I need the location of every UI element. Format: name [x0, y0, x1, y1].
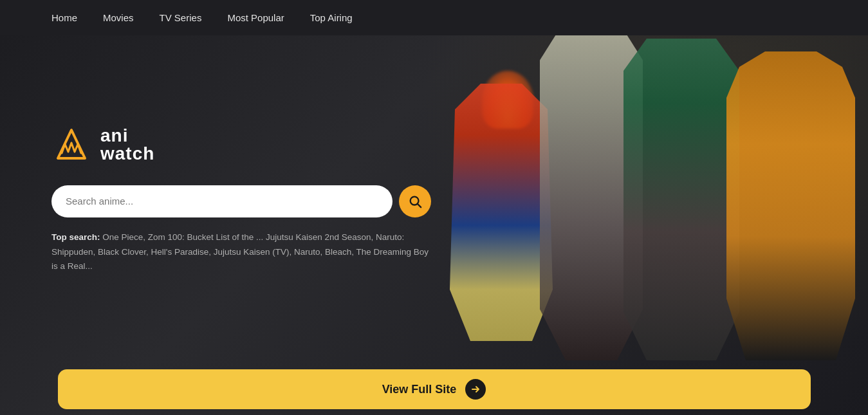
- search-icon: [408, 194, 422, 208]
- nav-top-airing[interactable]: Top Airing: [310, 12, 353, 23]
- top-search-label: Top search:: [51, 232, 100, 242]
- logo-area: ani watch: [51, 125, 463, 165]
- search-input[interactable]: [51, 185, 392, 217]
- nav-home[interactable]: Home: [51, 12, 77, 23]
- logo-ani: ani: [100, 127, 154, 145]
- arrow-right-icon: [470, 384, 481, 394]
- view-full-bar: View Full Site: [0, 364, 868, 415]
- nav-tv-series[interactable]: TV Series: [160, 12, 202, 23]
- hero-content: ani watch Top search: One Piece, Zom 100…: [0, 35, 463, 364]
- logo-text: ani watch: [100, 127, 154, 163]
- search-button[interactable]: [399, 185, 431, 217]
- nav-movies[interactable]: Movies: [103, 12, 134, 23]
- navigation: Home Movies TV Series Most Popular Top A…: [0, 0, 868, 35]
- svg-line-2: [418, 204, 421, 207]
- top-search-area: Top search: One Piece, Zom 100: Bucket L…: [51, 230, 431, 275]
- arrow-circle: [465, 379, 486, 400]
- search-bar: [51, 185, 431, 217]
- nav-most-popular[interactable]: Most Popular: [227, 12, 284, 23]
- top-search-items: One Piece, Zom 100: Bucket List of the .…: [51, 232, 429, 272]
- aniwatch-logo-icon: [51, 125, 91, 165]
- view-full-site-label: View Full Site: [382, 383, 457, 396]
- view-full-site-button[interactable]: View Full Site: [58, 369, 811, 409]
- logo-watch: watch: [100, 145, 154, 163]
